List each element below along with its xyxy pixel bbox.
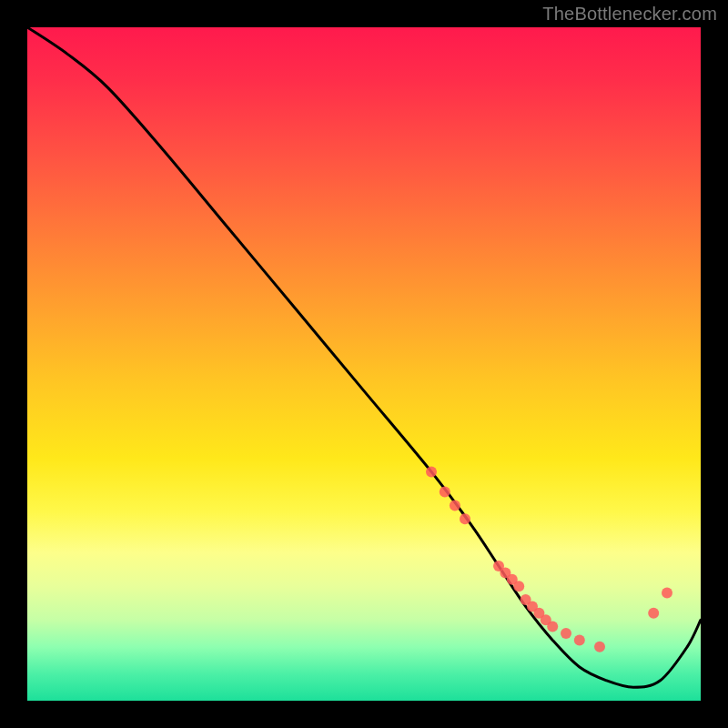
highlight-marker (440, 487, 450, 498)
highlight-marker (662, 588, 672, 599)
highlight-marker (513, 581, 524, 592)
plot-area (27, 27, 701, 701)
highlight-marker (426, 466, 437, 477)
bottleneck-curve-path (27, 27, 701, 687)
highlight-marker (547, 622, 558, 632)
highlight-marker (574, 634, 585, 645)
highlight-marker (450, 500, 460, 511)
highlight-marker (561, 628, 571, 639)
highlight-marker (594, 642, 605, 652)
highlight-marker (460, 513, 470, 524)
chart-svg (27, 27, 701, 701)
highlight-markers (426, 466, 672, 652)
attribution-label: TheBottlenecker.com (542, 4, 717, 25)
highlight-marker (648, 608, 659, 619)
chart-frame: TheBottlenecker.com (0, 0, 728, 728)
